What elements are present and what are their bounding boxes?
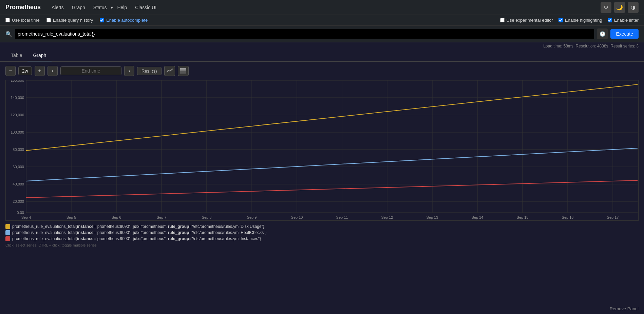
options-bar: Use local time Enable query history Enab…: [0, 15, 644, 26]
end-time-input[interactable]: [60, 66, 121, 75]
search-bar: 🔍 🕐 Execute: [0, 26, 644, 42]
enable-autocomplete-option[interactable]: Enable autocomplete: [100, 18, 148, 23]
nav-graph[interactable]: Graph: [68, 0, 89, 15]
brand: Prometheus: [5, 4, 41, 11]
svg-text:Sep 15: Sep 15: [517, 215, 529, 219]
use-local-time-checkbox[interactable]: [5, 18, 10, 22]
contrast-icon[interactable]: ◑: [628, 2, 639, 13]
legend-hint: Click: select series. CTRL + click: togg…: [5, 242, 639, 249]
legend-item-instances[interactable]: prometheus_rule_evaluations_total{instan…: [5, 236, 639, 242]
execute-button[interactable]: Execute: [610, 29, 639, 39]
svg-rect-2: [180, 68, 186, 70]
history-icon[interactable]: 🕐: [597, 28, 608, 39]
legend-item-healtchecks[interactable]: prometheus_rule_evaluations_total{instan…: [5, 230, 639, 236]
svg-text:80,000: 80,000: [13, 148, 24, 152]
prev-time-button[interactable]: ‹: [48, 66, 58, 76]
enable-highlighting-option[interactable]: Enable highlighting: [558, 18, 602, 23]
legend-label-instances: prometheus_rule_evaluations_total{instan…: [12, 236, 261, 241]
svg-text:20,000: 20,000: [13, 199, 24, 203]
chart-stacked-icon[interactable]: [178, 66, 189, 76]
tab-table[interactable]: Table: [5, 50, 27, 61]
svg-text:Sep 13: Sep 13: [427, 215, 438, 219]
legend-label-healtchecks: prometheus_rule_evaluations_total{instan…: [12, 230, 267, 235]
result-series: Result series: 3: [610, 44, 639, 48]
series-disk-usage[interactable]: [26, 84, 638, 151]
theme-icon[interactable]: 🌙: [614, 2, 625, 13]
graph-controls: − 2w + ‹ › Res. (s): [0, 62, 644, 80]
legend-swatch-healtchecks: [5, 230, 10, 235]
resolution: Resolution: 4838s: [576, 44, 608, 48]
zoom-in-button[interactable]: +: [35, 66, 45, 76]
nav-alerts[interactable]: Alerts: [48, 0, 68, 15]
meta-bar: Load time: 58ms Resolution: 4838s Result…: [0, 42, 644, 50]
remove-panel-footer[interactable]: Remove Panel: [604, 303, 644, 314]
enable-query-history-option[interactable]: Enable query history: [46, 18, 93, 23]
enable-autocomplete-checkbox[interactable]: [100, 18, 104, 22]
use-local-time-label: Use local time: [12, 18, 40, 23]
remove-panel-label[interactable]: Remove Panel: [610, 306, 639, 311]
svg-text:Sep 10: Sep 10: [291, 215, 303, 219]
chart-container: 160,000 140,000 120,000 100,000 80,000 6…: [0, 80, 644, 221]
enable-query-history-label: Enable query history: [53, 18, 93, 23]
nav-help[interactable]: Help: [113, 0, 131, 15]
svg-text:60,000: 60,000: [13, 165, 24, 169]
legend-item-disk-usage[interactable]: prometheus_rule_evaluations_total{instan…: [5, 223, 639, 230]
chevron-down-icon: ▾: [111, 5, 113, 10]
use-experimental-editor-checkbox[interactable]: [500, 18, 505, 22]
load-time: Load time: 58ms: [543, 44, 573, 48]
main-chart: 160,000 140,000 120,000 100,000 80,000 6…: [6, 80, 638, 219]
svg-rect-1: [180, 70, 186, 71]
svg-text:40,000: 40,000: [13, 182, 24, 186]
svg-rect-0: [180, 71, 186, 74]
navbar: Prometheus Alerts Graph Status ▾ Help Cl…: [0, 0, 644, 15]
legend-swatch-instances: [5, 236, 10, 241]
line-chart-icon: [167, 68, 173, 74]
chevron-left-icon: ‹: [52, 68, 53, 74]
svg-text:0.00: 0.00: [17, 211, 24, 215]
use-experimental-editor-option[interactable]: Use experimental editor: [500, 18, 553, 23]
series-healt-checks[interactable]: [26, 148, 638, 181]
svg-text:Sep 4: Sep 4: [21, 215, 31, 219]
nav-status-label[interactable]: Status: [89, 0, 111, 15]
enable-query-history-checkbox[interactable]: [46, 18, 51, 22]
svg-text:Sep 9: Sep 9: [247, 215, 257, 219]
query-input[interactable]: [15, 29, 594, 39]
enable-linter-checkbox[interactable]: [608, 18, 612, 22]
nav-classic-ui[interactable]: Classic UI: [131, 0, 160, 15]
svg-text:Sep 8: Sep 8: [202, 215, 212, 219]
navbar-right: ⚙ 🌙 ◑: [601, 2, 639, 13]
zoom-out-button[interactable]: −: [5, 66, 16, 76]
legend-label-disk-usage: prometheus_rule_evaluations_total{instan…: [12, 224, 264, 229]
tabs-row: Table Graph: [0, 50, 644, 62]
svg-text:Sep 11: Sep 11: [336, 215, 348, 219]
nav-status-dropdown[interactable]: Status ▾: [89, 0, 113, 15]
enable-highlighting-checkbox[interactable]: [558, 18, 563, 22]
svg-text:Sep 6: Sep 6: [112, 215, 121, 219]
svg-text:120,000: 120,000: [11, 113, 24, 117]
series-instances[interactable]: [26, 180, 638, 198]
plus-icon: +: [38, 68, 41, 74]
use-local-time-option[interactable]: Use local time: [5, 18, 40, 23]
options-right: Use experimental editor Enable highlight…: [500, 18, 639, 23]
legend-swatch-disk-usage: [5, 224, 10, 229]
svg-text:Sep 16: Sep 16: [562, 215, 574, 219]
svg-text:Sep 7: Sep 7: [157, 215, 167, 219]
use-experimental-editor-label: Use experimental editor: [507, 18, 553, 23]
svg-text:Sep 5: Sep 5: [67, 215, 76, 219]
chart-wrap: 160,000 140,000 120,000 100,000 80,000 6…: [5, 80, 639, 221]
svg-text:Sep 12: Sep 12: [381, 215, 393, 219]
enable-linter-label: Enable linter: [614, 18, 639, 23]
minus-icon: −: [9, 68, 12, 74]
chart-line-icon[interactable]: [164, 66, 175, 76]
tab-graph[interactable]: Graph: [27, 50, 52, 61]
legend: prometheus_rule_evaluations_total{instan…: [0, 221, 644, 251]
stacked-chart-icon: [180, 68, 186, 74]
chevron-right-icon: ›: [128, 68, 130, 74]
enable-linter-option[interactable]: Enable linter: [608, 18, 639, 23]
resolution-button[interactable]: Res. (s): [137, 67, 162, 75]
svg-text:160,000: 160,000: [11, 80, 24, 82]
next-time-button[interactable]: ›: [124, 66, 134, 76]
settings-icon[interactable]: ⚙: [601, 2, 611, 13]
duration-display: 2w: [18, 66, 32, 75]
svg-text:140,000: 140,000: [11, 96, 24, 100]
